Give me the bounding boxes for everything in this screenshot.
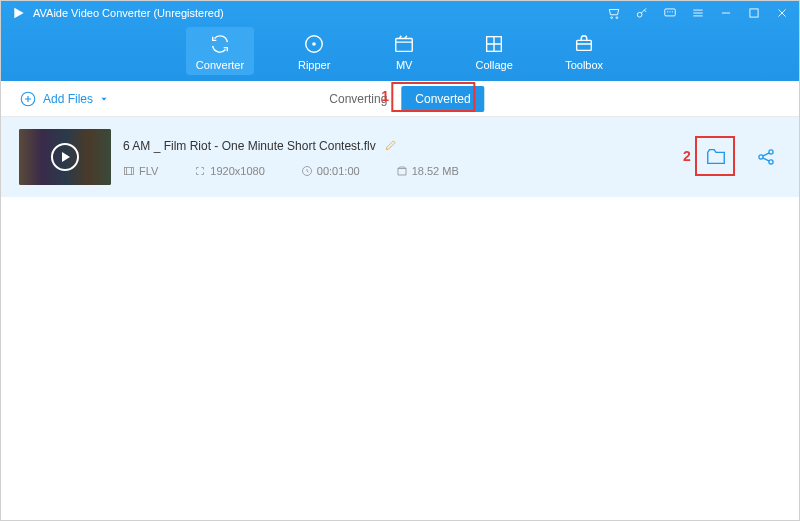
svg-point-1: [611, 17, 613, 19]
tab-toolbox[interactable]: Toolbox: [554, 27, 614, 75]
svg-marker-12: [102, 97, 107, 100]
svg-point-7: [312, 42, 316, 46]
file-name: 6 AM _ Film Riot - One Minute Short Cont…: [123, 139, 376, 153]
play-icon: [51, 143, 79, 171]
app-title: AVAide Video Converter (Unregistered): [33, 7, 607, 19]
tab-mv[interactable]: MV: [374, 27, 434, 75]
tab-collage[interactable]: Collage: [464, 27, 524, 75]
svg-rect-5: [750, 9, 758, 17]
svg-marker-0: [14, 8, 23, 19]
tab-converter[interactable]: Converter: [186, 27, 254, 75]
sub-toolbar: Add Files Converting Converted 1: [1, 81, 799, 117]
main-tabs: Converter Ripper MV Collage Toolbox: [1, 25, 799, 81]
meta-format: FLV: [123, 165, 158, 177]
tab-label: Converter: [196, 59, 244, 71]
app-logo-icon: [11, 5, 27, 21]
share-button[interactable]: [751, 142, 781, 172]
open-folder-button[interactable]: [701, 142, 731, 172]
mv-icon: [393, 33, 415, 55]
converter-icon: [209, 33, 231, 55]
svg-point-17: [769, 160, 773, 164]
subtab-converted[interactable]: Converted: [401, 86, 484, 112]
file-info: 6 AM _ Film Riot - One Minute Short Cont…: [123, 138, 689, 177]
content-area: 6 AM _ Film Riot - One Minute Short Cont…: [1, 117, 799, 197]
header: AVAide Video Converter (Unregistered) Co…: [1, 1, 799, 81]
svg-rect-8: [396, 39, 413, 52]
svg-rect-4: [665, 9, 676, 16]
add-files-label: Add Files: [43, 92, 93, 106]
close-icon[interactable]: [775, 6, 789, 20]
maximize-icon[interactable]: [747, 6, 761, 20]
chevron-down-icon: [99, 94, 109, 104]
collage-icon: [483, 33, 505, 55]
cart-icon[interactable]: [607, 6, 621, 20]
meta-resolution: 1920x1080: [194, 165, 264, 177]
tab-label: Collage: [475, 59, 512, 71]
svg-point-3: [637, 12, 642, 17]
tab-label: MV: [396, 59, 413, 71]
svg-point-16: [769, 150, 773, 154]
meta-duration: 00:01:00: [301, 165, 360, 177]
toolbox-icon: [573, 33, 595, 55]
tab-label: Ripper: [298, 59, 330, 71]
item-actions: 2: [701, 142, 781, 172]
status-subtabs: Converting Converted 1: [315, 86, 484, 112]
subtab-converting[interactable]: Converting: [315, 86, 401, 112]
menu-icon[interactable]: [691, 6, 705, 20]
video-thumbnail[interactable]: [19, 129, 111, 185]
tab-ripper[interactable]: Ripper: [284, 27, 344, 75]
feedback-icon[interactable]: [663, 6, 677, 20]
meta-size: 18.52 MB: [396, 165, 459, 177]
titlebar: AVAide Video Converter (Unregistered): [1, 1, 799, 25]
minimize-icon[interactable]: [719, 6, 733, 20]
tab-label: Toolbox: [565, 59, 603, 71]
file-name-row: 6 AM _ Film Riot - One Minute Short Cont…: [123, 138, 689, 155]
edit-icon[interactable]: [384, 138, 398, 155]
ripper-icon: [303, 33, 325, 55]
svg-rect-10: [577, 40, 592, 50]
window-controls: [607, 6, 789, 20]
file-meta: FLV 1920x1080 00:01:00 18.52 MB: [123, 165, 689, 177]
file-item: 6 AM _ Film Riot - One Minute Short Cont…: [1, 117, 799, 197]
svg-point-15: [759, 155, 763, 159]
key-icon[interactable]: [635, 6, 649, 20]
add-files-button[interactable]: Add Files: [19, 90, 109, 108]
svg-point-2: [616, 17, 618, 19]
svg-rect-13: [125, 167, 134, 174]
